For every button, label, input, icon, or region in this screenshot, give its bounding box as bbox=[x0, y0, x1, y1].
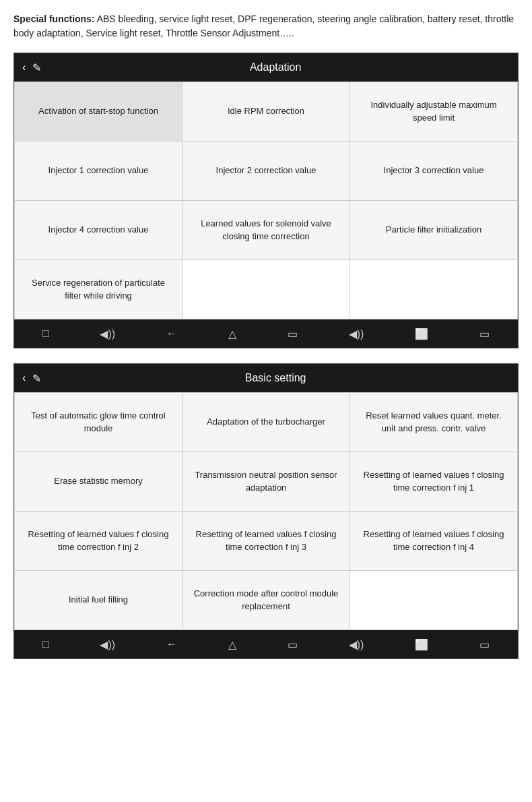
grid-cell[interactable]: Erase statistic memory bbox=[15, 452, 182, 512]
panel-adaptation-header: ‹ ✎ Adaptation bbox=[14, 53, 518, 82]
toolbar-screen-icon-2[interactable]: ▭ bbox=[479, 638, 490, 651]
grid-cell[interactable]: Learned values for solenoid valve closin… bbox=[182, 201, 350, 260]
toolbar-screen-icon[interactable]: ▭ bbox=[479, 328, 490, 340]
toolbar-home-icon[interactable]: △ bbox=[228, 328, 236, 340]
grid-cell[interactable]: Test of automatic glow time control modu… bbox=[15, 393, 182, 452]
back-icon[interactable]: ‹ bbox=[22, 61, 26, 73]
basic-setting-grid: Test of automatic glow time control modu… bbox=[14, 392, 518, 630]
panel-basic-setting-title: Basic setting bbox=[41, 372, 510, 384]
adaptation-grid: Activation of start-stop function Idle R… bbox=[14, 82, 518, 319]
toolbar-camera-icon-2[interactable]: □ bbox=[42, 638, 49, 650]
toolbar-volume-icon-2[interactable]: ◀)) bbox=[100, 638, 115, 651]
grid-cell[interactable]: Resetting of learned values f closing ti… bbox=[15, 512, 182, 571]
edit-icon[interactable]: ✎ bbox=[32, 61, 41, 74]
grid-cell[interactable]: Activation of start-stop function bbox=[15, 82, 182, 142]
grid-cell[interactable]: Reset learned values quant. meter. unit … bbox=[350, 393, 518, 452]
panel-adaptation-toolbar: □ ◀)) ← △ ▭ ◀)) ⬜ ▭ bbox=[14, 319, 518, 348]
panel-adaptation: ‹ ✎ Adaptation Activation of start-stop … bbox=[13, 53, 519, 348]
panel-basic-setting-header: ‹ ✎ Basic setting bbox=[14, 364, 518, 392]
toolbar-cast-icon-2[interactable]: ⬜ bbox=[415, 638, 428, 651]
grid-cell[interactable]: Service regeneration of particulate filt… bbox=[15, 260, 182, 319]
toolbar-back-icon[interactable]: ← bbox=[166, 328, 177, 340]
toolbar-cast-icon[interactable]: ⬜ bbox=[415, 328, 428, 340]
toolbar-volume-icon[interactable]: ◀)) bbox=[100, 328, 115, 340]
grid-cell[interactable]: Resetting of learned values f closing ti… bbox=[350, 512, 518, 571]
toolbar-sound-icon-2[interactable]: ◀)) bbox=[349, 638, 364, 651]
back-icon-2[interactable]: ‹ bbox=[22, 372, 26, 384]
grid-cell-empty bbox=[182, 260, 350, 319]
grid-cell[interactable]: Individually adjustable maximum speed li… bbox=[350, 82, 518, 142]
grid-cell[interactable]: Correction mode after control module rep… bbox=[182, 571, 350, 630]
toolbar-sound-icon[interactable]: ◀)) bbox=[349, 328, 364, 340]
grid-cell[interactable]: Initial fuel filling bbox=[15, 571, 182, 630]
toolbar-recent-icon-2[interactable]: ▭ bbox=[288, 638, 298, 651]
intro-paragraph: Special functions: ABS bleeding, service… bbox=[13, 12, 519, 40]
toolbar-recent-icon[interactable]: ▭ bbox=[288, 328, 298, 340]
panel-adaptation-title: Adaptation bbox=[41, 61, 510, 73]
grid-cell[interactable]: Particle filter initialization bbox=[350, 201, 518, 260]
grid-cell-empty bbox=[350, 571, 518, 630]
grid-cell[interactable]: Resetting of learned values f closing ti… bbox=[350, 452, 518, 512]
grid-cell[interactable]: Injector 4 correction value bbox=[15, 201, 182, 260]
grid-cell[interactable]: Injector 3 correction value bbox=[350, 142, 518, 201]
grid-cell[interactable]: Transmission neutral position sensor ada… bbox=[182, 452, 350, 512]
edit-icon-2[interactable]: ✎ bbox=[32, 372, 41, 385]
intro-bold: Special functions: bbox=[13, 13, 95, 24]
header-icons-left: ‹ ✎ bbox=[22, 61, 41, 74]
grid-cell[interactable]: Injector 2 correction value bbox=[182, 142, 350, 201]
panel-basic-setting: ‹ ✎ Basic setting Test of automatic glow… bbox=[13, 363, 519, 659]
grid-cell[interactable]: Resetting of learned values f closing ti… bbox=[182, 512, 350, 571]
grid-cell-empty bbox=[350, 260, 518, 319]
grid-cell[interactable]: Injector 1 correction value bbox=[15, 142, 182, 201]
grid-cell[interactable]: Adaptation of the turbocharger bbox=[182, 393, 350, 452]
header-icons-left-2: ‹ ✎ bbox=[22, 372, 41, 385]
toolbar-camera-icon[interactable]: □ bbox=[42, 328, 49, 340]
toolbar-home-icon-2[interactable]: △ bbox=[228, 638, 236, 651]
panel-basic-setting-toolbar: □ ◀)) ← △ ▭ ◀)) ⬜ ▭ bbox=[14, 630, 518, 658]
toolbar-back-icon-2[interactable]: ← bbox=[166, 638, 177, 650]
grid-cell[interactable]: Idle RPM correction bbox=[182, 82, 350, 142]
